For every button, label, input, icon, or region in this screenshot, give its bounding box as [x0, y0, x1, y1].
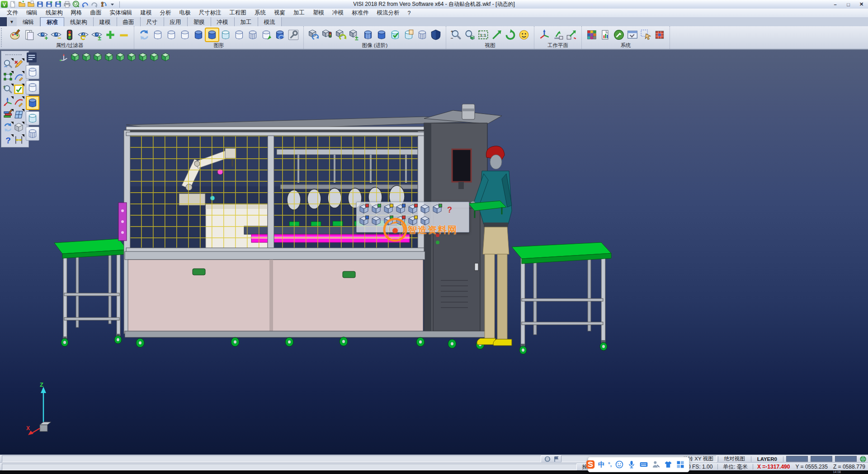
axis-view-0-icon[interactable]: [59, 52, 69, 62]
viewport[interactable]: ±? ? 智造资料网 Z X: [0, 49, 868, 455]
ribbon-icon-traffic-filter[interactable]: [63, 28, 76, 41]
ime-hand-icon[interactable]: [651, 460, 660, 469]
view-cube-1-icon[interactable]: [70, 52, 80, 62]
view-cube-8-icon[interactable]: [149, 52, 159, 62]
ribbon-icon-filter-add[interactable]: [104, 28, 117, 41]
ribbon-icon-cyl-refresh[interactable]: [274, 28, 286, 41]
edit-delete-icon[interactable]: [14, 59, 24, 69]
print-preview-icon[interactable]: [72, 0, 80, 8]
tab-9[interactable]: 加工: [235, 17, 258, 26]
save-as-icon[interactable]: +: [45, 0, 53, 8]
menu-item-4[interactable]: 曲面: [86, 9, 106, 17]
layer-strip-cyl-active-2-icon[interactable]: [26, 96, 39, 110]
refresh-view-icon[interactable]: [3, 122, 13, 133]
view-cube-2-icon[interactable]: [81, 52, 91, 62]
ribbon-icon-view-smiley[interactable]: [518, 28, 530, 41]
menu-item-1[interactable]: 编辑: [22, 9, 42, 17]
float-cube-y-icon[interactable]: [383, 204, 394, 214]
view-cube-3-icon[interactable]: [93, 52, 103, 62]
ribbon-icon-view-rotate[interactable]: [504, 28, 517, 41]
float-cube-n-icon[interactable]: [420, 204, 430, 214]
ribbon-icon-zoom-all[interactable]: [463, 28, 476, 41]
tab-4[interactable]: 曲面: [117, 17, 141, 26]
print-icon[interactable]: [63, 0, 71, 8]
view-cube-4-icon[interactable]: [104, 52, 114, 62]
float-cube-r-icon[interactable]: [407, 204, 418, 214]
undo-icon[interactable]: [81, 0, 89, 8]
help-question-icon[interactable]: ?: [3, 135, 13, 145]
menu-item-16[interactable]: 标准件: [348, 9, 373, 17]
redo-icon[interactable]: [90, 0, 98, 8]
ribbon-icon-wp-move[interactable]: [565, 28, 578, 41]
menu-item-7[interactable]: 分析: [156, 9, 175, 17]
ribbon-icon-cyl-light[interactable]: [219, 28, 232, 41]
ribbon-icon-cyl-outline[interactable]: [233, 28, 245, 41]
ribbon-icon-zoom-arrow[interactable]: [491, 28, 503, 41]
windows-taskbar-edge[interactable]: 14:08: [0, 470, 868, 474]
float-help-icon[interactable]: ?: [444, 204, 455, 214]
layer-strip-cyl-outline-0-icon[interactable]: [26, 65, 39, 79]
ribbon-icon-cyl-wire[interactable]: [246, 28, 259, 41]
float-cube-n-icon[interactable]: [420, 215, 430, 226]
window-views-icon[interactable]: [14, 109, 24, 120]
ribbon-icon-attr-copy[interactable]: [23, 28, 35, 41]
ribbon-icon-filter-remove[interactable]: [118, 28, 130, 41]
cube-shade-icon[interactable]: [14, 122, 24, 133]
layer-strip-cyl-light-3-icon[interactable]: [26, 111, 39, 125]
globe-icon[interactable]: [858, 455, 868, 463]
ribbon-icon-cubes-add[interactable]: [307, 28, 320, 41]
list-menu-icon[interactable]: [26, 52, 37, 62]
frame-select-icon[interactable]: [3, 71, 13, 82]
layer-swatch-3[interactable]: [835, 456, 857, 462]
layer-books-icon[interactable]: [3, 109, 13, 120]
menu-item-18[interactable]: ?: [404, 9, 415, 17]
ribbon-icon-cube-recycle[interactable]: [335, 28, 347, 41]
view-cube-6-icon[interactable]: [127, 52, 137, 62]
view-cube-7-icon[interactable]: [138, 52, 148, 62]
ribbon-icon-cyl-selected[interactable]: [206, 28, 218, 41]
menu-item-14[interactable]: 塑模: [309, 9, 328, 17]
measure-dist-icon[interactable]: [14, 135, 24, 145]
tab-7[interactable]: 塑膜: [188, 17, 211, 26]
menu-item-6[interactable]: 建模: [137, 9, 156, 17]
layer-swatch-1[interactable]: [786, 456, 808, 462]
maximize-button[interactable]: □: [842, 0, 855, 8]
float-cube-b-icon[interactable]: [359, 215, 369, 226]
ribbon-icon-sys-config[interactable]: [613, 28, 625, 41]
ribbon-icon-sys-panel[interactable]: [626, 28, 639, 41]
save-icon[interactable]: [36, 0, 44, 8]
layer-swatch-2[interactable]: [811, 456, 832, 462]
menu-item-11[interactable]: 系统: [250, 9, 270, 17]
zoom-view-icon[interactable]: [3, 59, 13, 69]
ribbon-icon-cubes-traffic[interactable]: [321, 28, 334, 41]
ribbon-icon-cyl-check[interactable]: [389, 28, 401, 41]
command-history-icon[interactable]: [99, 0, 107, 8]
float-cube-n-icon[interactable]: [371, 215, 382, 226]
float-cube-r-icon[interactable]: [359, 204, 369, 214]
ime-language-toggle[interactable]: 中: [598, 460, 605, 469]
layer-strip-cyl-outline-1-icon[interactable]: [26, 81, 39, 95]
menu-item-13[interactable]: 加工: [289, 9, 309, 17]
view-cube-5-icon[interactable]: [115, 52, 125, 62]
menu-item-9[interactable]: 尺寸标注: [195, 9, 226, 17]
sogou-logo-icon[interactable]: [586, 460, 595, 469]
menu-item-3[interactable]: 网格: [67, 9, 86, 17]
float-cube-b-icon[interactable]: [395, 204, 406, 214]
ribbon-grip[interactable]: [1, 28, 5, 47]
float-cube-g-icon[interactable]: [383, 215, 394, 226]
ribbon-icon-refresh-graphics[interactable]: [138, 28, 151, 41]
ribbon-icon-shield-view[interactable]: [429, 28, 442, 41]
ime-grid-icon[interactable]: [676, 460, 685, 469]
open-folder-icon[interactable]: [18, 0, 26, 8]
view-orbit-icon[interactable]: [543, 455, 552, 463]
ribbon-icon-zoom-prev[interactable]: +−: [450, 28, 462, 41]
ribbon-icon-attr-palette[interactable]: [9, 28, 22, 41]
curve-edit-icon[interactable]: [14, 71, 24, 82]
float-cube-r-icon[interactable]: [395, 215, 406, 226]
curve-draw-icon[interactable]: [14, 97, 24, 107]
ribbon-icon-wrench-settings[interactable]: [287, 28, 300, 41]
tab-2[interactable]: 线架构: [64, 17, 94, 26]
close-button[interactable]: ✕: [855, 0, 868, 8]
wcs-axis-icon[interactable]: [3, 97, 13, 107]
ribbon-icon-wp-axis[interactable]: [538, 28, 551, 41]
